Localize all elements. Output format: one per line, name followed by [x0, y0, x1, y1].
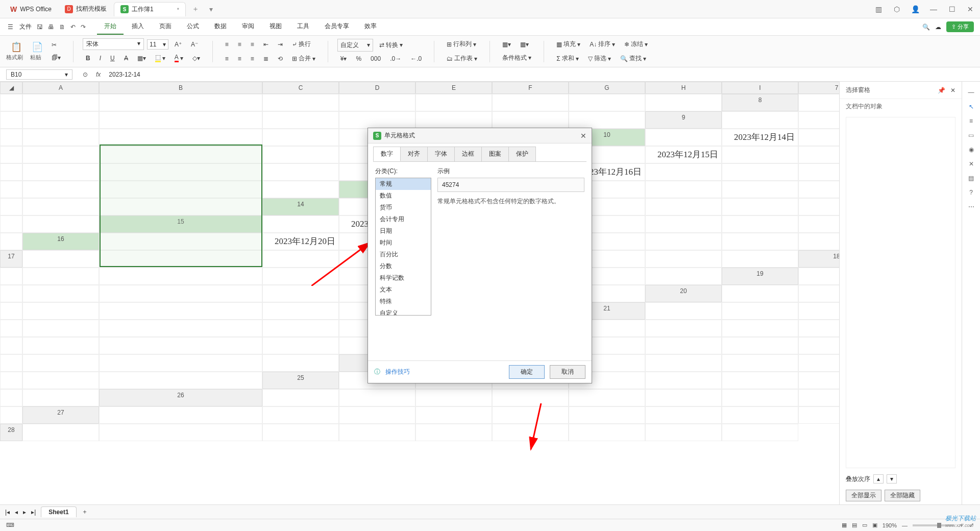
cell[interactable]: [569, 406, 645, 424]
formula-input[interactable]: 2023-12-14: [105, 70, 980, 79]
cell[interactable]: [492, 111, 569, 129]
bold-icon[interactable]: B: [83, 53, 93, 64]
show-all-button[interactable]: 全部显示: [846, 490, 881, 501]
cell[interactable]: [99, 406, 262, 424]
cell[interactable]: [415, 406, 492, 424]
row-header[interactable]: 19: [722, 268, 798, 285]
tool2-icon[interactable]: ▭: [968, 132, 974, 139]
underline-icon[interactable]: U: [107, 53, 118, 64]
dec-dec-icon[interactable]: ←.0: [407, 53, 425, 64]
cell[interactable]: [99, 181, 262, 198]
row-header[interactable]: 7: [798, 82, 839, 94]
cell[interactable]: [798, 129, 839, 146]
sort-button[interactable]: A↓ 排序 ▾: [586, 38, 618, 51]
cut-icon[interactable]: ✂: [48, 39, 60, 51]
cell[interactable]: [645, 181, 722, 198]
cell[interactable]: [22, 424, 99, 441]
wrap-button[interactable]: ⤶ 换行: [289, 38, 314, 51]
cell[interactable]: [99, 129, 262, 146]
row-header[interactable]: 18: [798, 250, 839, 268]
col-header[interactable]: E: [415, 82, 492, 94]
cell[interactable]: [722, 233, 798, 250]
sheet-tab[interactable]: Sheet1: [41, 506, 76, 517]
tool3-icon[interactable]: ◉: [969, 146, 974, 153]
cell[interactable]: [569, 94, 645, 111]
orientation-icon[interactable]: ⟲: [275, 53, 286, 64]
cell[interactable]: [645, 94, 722, 111]
category-list[interactable]: 常规数值货币会计专用日期时间百分比分数科学记数文本特殊自定义: [375, 178, 431, 316]
cell[interactable]: [22, 129, 99, 146]
merge-button[interactable]: ⊞ 合并 ▾: [289, 52, 318, 65]
convert-button[interactable]: ⇄ 转换 ▾: [376, 39, 406, 52]
menu-数据[interactable]: 数据: [207, 19, 234, 35]
cell[interactable]: [415, 111, 492, 129]
share-button[interactable]: ⇪分享: [946, 21, 974, 32]
cell[interactable]: [798, 337, 839, 354]
cell[interactable]: [0, 233, 22, 250]
cell[interactable]: [722, 337, 798, 354]
cell[interactable]: [569, 111, 645, 129]
add-sheet-icon[interactable]: ＋: [82, 508, 88, 516]
cell[interactable]: [0, 94, 22, 111]
cell[interactable]: [0, 198, 22, 215]
cell[interactable]: [262, 389, 339, 406]
category-item[interactable]: 日期: [376, 225, 431, 237]
dialog-tab-边框[interactable]: 边框: [454, 147, 482, 161]
avatar-icon[interactable]: 👤: [910, 5, 921, 13]
cell[interactable]: [798, 181, 839, 198]
cell[interactable]: [99, 302, 262, 320]
cell[interactable]: [99, 424, 262, 441]
category-item[interactable]: 货币: [376, 202, 431, 213]
cell[interactable]: [722, 320, 798, 337]
percent-icon[interactable]: %: [353, 53, 364, 64]
category-item[interactable]: 科学记数: [376, 272, 431, 284]
tab-last-icon[interactable]: ▸|: [31, 509, 36, 516]
row-header[interactable]: 28: [0, 424, 22, 441]
cell[interactable]: [798, 146, 839, 163]
view-break-icon[interactable]: ▭: [862, 522, 867, 528]
dialog-tab-保护[interactable]: 保护: [508, 147, 536, 161]
row-header[interactable]: 17: [0, 250, 22, 268]
table-style1-icon[interactable]: ▦▾: [499, 39, 514, 50]
cell[interactable]: [798, 389, 839, 406]
view-read-icon[interactable]: ▣: [872, 522, 877, 528]
menu-会员专享[interactable]: 会员专享: [317, 19, 356, 35]
cell[interactable]: [722, 215, 798, 233]
cell[interactable]: [798, 215, 839, 233]
cell[interactable]: [798, 94, 839, 111]
cell[interactable]: [492, 406, 569, 424]
dialog-tab-数字[interactable]: 数字: [373, 147, 401, 161]
row-header[interactable]: 9: [645, 111, 722, 129]
cell[interactable]: [722, 163, 798, 181]
cell[interactable]: [722, 198, 798, 215]
cell[interactable]: [722, 354, 798, 372]
cell[interactable]: [99, 233, 262, 250]
tool1-icon[interactable]: ≡: [969, 117, 973, 125]
pane-close-icon[interactable]: ✕: [950, 87, 955, 94]
size-select[interactable]: 11▾: [147, 39, 168, 50]
stack-up-icon[interactable]: ▴: [873, 474, 884, 484]
col-header[interactable]: C: [262, 82, 339, 94]
cell[interactable]: [0, 181, 22, 198]
menu-工具[interactable]: 工具: [290, 19, 316, 35]
cell[interactable]: [569, 424, 645, 441]
row-header[interactable]: 16: [22, 233, 99, 250]
currency-icon[interactable]: ¥▾: [337, 53, 350, 64]
cell[interactable]: [0, 389, 22, 406]
cell[interactable]: [262, 320, 339, 337]
tips-link[interactable]: 操作技巧: [385, 368, 410, 376]
cell[interactable]: [798, 233, 839, 250]
dialog-tab-对齐[interactable]: 对齐: [400, 147, 428, 161]
cell[interactable]: [22, 320, 99, 337]
cell[interactable]: [99, 372, 262, 389]
cell[interactable]: [722, 285, 798, 302]
minimize-icon[interactable]: —: [928, 5, 939, 13]
cell[interactable]: [492, 94, 569, 111]
cell[interactable]: [22, 268, 99, 285]
cell[interactable]: [0, 320, 22, 337]
cell[interactable]: 2023年12月15日: [645, 146, 722, 163]
cell[interactable]: [262, 268, 339, 285]
cell[interactable]: [645, 302, 722, 320]
menu-页面[interactable]: 页面: [152, 19, 179, 35]
collapse-icon[interactable]: —: [968, 89, 974, 96]
